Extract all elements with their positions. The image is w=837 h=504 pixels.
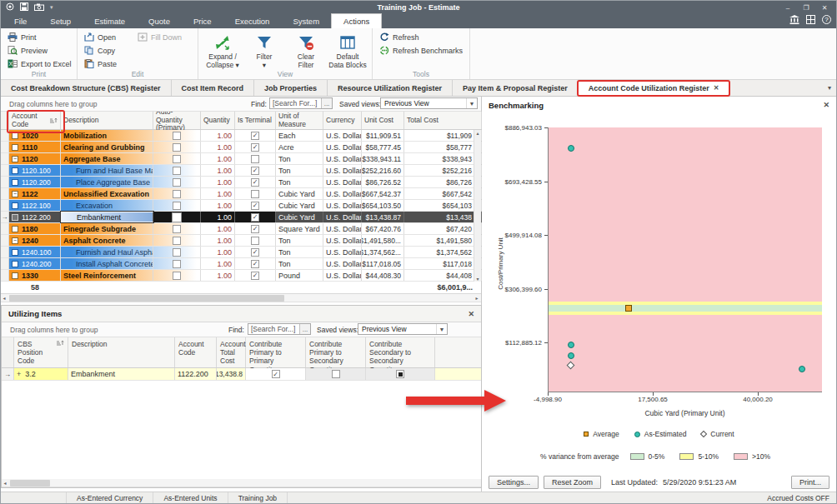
- data-point-as-estimated[interactable]: [568, 352, 574, 359]
- row-expander-icon[interactable]: [12, 202, 18, 209]
- help-icon[interactable]: ?: [822, 15, 831, 24]
- close-button[interactable]: ✕: [816, 2, 833, 13]
- saved-views-dropdown[interactable]: Previous View ▼: [380, 97, 478, 109]
- row-expander-icon[interactable]: [12, 272, 18, 279]
- find-more-button[interactable]: ...: [321, 98, 332, 108]
- auto-quantity-checkbox[interactable]: [173, 272, 181, 280]
- cbs-row-1240[interactable]: −1240Asphalt Concrete1.00TonU.S. Dollar$…: [1, 235, 481, 247]
- scroll-up-icon[interactable]: ▴: [476, 130, 479, 136]
- contribute-primary-to-secondary-checkbox[interactable]: [332, 370, 340, 378]
- utilizing-column-header-contribute-secondary-to-secondary-quantity[interactable]: Contribute Secondary to Secondary Quanti…: [366, 337, 435, 367]
- accrued-costs-indicator[interactable]: Accrued Costs OFF: [760, 494, 836, 502]
- menu-setup[interactable]: Setup: [38, 14, 83, 28]
- utilizing-close-icon[interactable]: ✕: [468, 310, 474, 318]
- scroll-down-icon[interactable]: ▾: [476, 276, 479, 282]
- menu-quote[interactable]: Quote: [137, 14, 182, 28]
- status-training-job[interactable]: Training Job: [228, 492, 288, 503]
- scroll-left-icon[interactable]: ◂: [1, 295, 8, 301]
- auto-quantity-checkbox[interactable]: [173, 237, 181, 245]
- is-terminal-checkbox[interactable]: ✓: [251, 272, 259, 280]
- cbs-vertical-scrollbar[interactable]: ▴▾: [474, 130, 481, 282]
- tab-pay-item-proposal-register[interactable]: Pay Item & Proposal Register: [453, 80, 579, 96]
- utilizing-row-3.2[interactable]: →+3.2Embankment1122.200$13,438.8✓: [2, 368, 481, 381]
- auto-quantity-checkbox[interactable]: [173, 178, 181, 187]
- reset-zoom-button[interactable]: Reset Zoom: [544, 476, 601, 489]
- is-terminal-checkbox[interactable]: [251, 155, 259, 163]
- grid-icon[interactable]: [806, 15, 815, 24]
- tab-cost-breakdown-structure-cbs-register[interactable]: Cost Breakdown Structure (CBS) Register: [1, 80, 172, 96]
- utilizing-horizontal-scrollbar[interactable]: ◂: [2, 479, 481, 487]
- tab-resource-utilization-register[interactable]: Resource Utilization Register: [328, 80, 453, 96]
- tabbar-caret-icon[interactable]: ▾: [828, 84, 831, 92]
- auto-quantity-checkbox[interactable]: [173, 167, 181, 175]
- print-button[interactable]: Print: [6, 31, 73, 43]
- is-terminal-checkbox[interactable]: ✓: [251, 260, 259, 268]
- is-terminal-checkbox[interactable]: [251, 190, 259, 198]
- row-expander-icon[interactable]: [12, 167, 18, 174]
- settings-button[interactable]: Settings...: [489, 476, 539, 489]
- cbs-row-1120[interactable]: −1120Aggregate Base1.00TonU.S. Dollar$33…: [1, 153, 481, 165]
- preview-button[interactable]: Preview: [6, 44, 73, 57]
- tab-job-properties[interactable]: Job Properties: [254, 80, 328, 96]
- utilizing-scroll-left-icon[interactable]: ◂: [2, 480, 8, 486]
- open-button[interactable]: Open: [83, 31, 128, 43]
- data-point-as-estimated[interactable]: [568, 342, 574, 348]
- row-expander-icon[interactable]: [12, 144, 18, 151]
- column-header-quantity[interactable]: Quantity: [201, 112, 235, 129]
- refresh-button[interactable]: Refresh: [378, 31, 464, 43]
- data-point-average[interactable]: [625, 305, 632, 312]
- contribute-secondary-to-secondary-checkbox[interactable]: [396, 370, 404, 378]
- column-header-unit-cost[interactable]: Unit Cost: [362, 112, 404, 129]
- status-as-entered-currency[interactable]: As-Entered Currency: [67, 492, 153, 503]
- contribute-primary-to-primary-checkbox[interactable]: ✓: [272, 370, 280, 378]
- copy-button[interactable]: Copy: [83, 44, 128, 57]
- utilizing-find-input[interactable]: [Search For...] ...: [248, 323, 311, 335]
- utilizing-expander-icon[interactable]: +: [17, 370, 21, 378]
- utilizing-saved-views-dropdown[interactable]: Previous View ▼: [358, 323, 448, 335]
- is-terminal-checkbox[interactable]: ✓: [251, 132, 259, 140]
- row-expander-icon[interactable]: −: [12, 156, 18, 162]
- auto-quantity-checkbox[interactable]: [173, 260, 181, 268]
- is-terminal-checkbox[interactable]: ✓: [251, 167, 259, 175]
- cbs-row-1120.200[interactable]: 1120.200Place Aggregate Base1.00✓TonU.S.…: [1, 177, 481, 188]
- row-expander-icon[interactable]: [12, 261, 18, 267]
- column-header-auto-quantity-primary-[interactable]: Auto-Quantity (Primary): [153, 112, 201, 129]
- row-expander-icon[interactable]: [12, 132, 18, 139]
- auto-quantity-checkbox[interactable]: [173, 132, 181, 140]
- bank-icon[interactable]: [789, 15, 799, 24]
- is-terminal-checkbox[interactable]: ✓: [251, 225, 259, 233]
- cbs-horizontal-scrollbar[interactable]: ◂ ▸: [1, 294, 481, 302]
- utilizing-column-header-account-total-cost[interactable]: Account Total Cost: [217, 337, 246, 367]
- cbs-row-1122.100[interactable]: 1122.100Excavation1.00✓Cubic YardU.S. Do…: [1, 200, 481, 212]
- is-terminal-checkbox[interactable]: ✓: [251, 248, 259, 257]
- auto-quantity-checkbox[interactable]: [173, 248, 181, 257]
- is-terminal-checkbox[interactable]: ✓: [251, 202, 259, 210]
- auto-quantity-checkbox[interactable]: [173, 225, 181, 233]
- cbs-hscroll-thumb[interactable]: [9, 295, 284, 302]
- row-expander-icon[interactable]: [12, 179, 18, 186]
- data-point-as-estimated[interactable]: [799, 366, 805, 372]
- tab-cost-item-record[interactable]: Cost Item Record: [172, 80, 255, 96]
- utilizing-hscroll-thumb[interactable]: [10, 480, 50, 487]
- is-terminal-checkbox[interactable]: ✓: [251, 178, 259, 187]
- menu-execution[interactable]: Execution: [223, 14, 282, 28]
- row-expander-icon[interactable]: −: [12, 237, 18, 244]
- column-header-currency[interactable]: Currency: [323, 112, 362, 129]
- cbs-row-1120.100[interactable]: 1120.100Furn and Haul Base Material1.00✓…: [1, 165, 481, 177]
- default-data-blocks-button[interactable]: DefaultData Blocks: [328, 31, 367, 70]
- tab-account-code-utilization-register[interactable]: Account Code Utilization Register✕: [579, 80, 730, 96]
- auto-quantity-checkbox[interactable]: [173, 143, 181, 152]
- restore-button[interactable]: ❐: [798, 2, 814, 13]
- is-terminal-checkbox[interactable]: ✓: [251, 213, 259, 222]
- menu-system[interactable]: System: [281, 14, 331, 28]
- cbs-row-1180[interactable]: 1180Finegrade Subgrade1.00✓Square YardU.…: [1, 223, 481, 235]
- filter-button[interactable]: Filter ▾: [245, 31, 283, 70]
- clear-filter-button[interactable]: ClearFilter: [287, 31, 325, 70]
- utilizing-find-more-button[interactable]: ...: [299, 324, 310, 334]
- auto-quantity-checkbox[interactable]: [173, 202, 181, 210]
- utilizing-column-header-contribute-primary-to-secondary-quantity[interactable]: Contribute Primary to Secondary Quantity: [306, 337, 366, 367]
- status-as-entered-units[interactable]: As-Entered Units: [153, 492, 228, 503]
- utilizing-column-header-description[interactable]: Description: [68, 337, 175, 367]
- cbs-row-1020[interactable]: 1020Mobilization1.00✓EachU.S. Dollar$11,…: [1, 130, 481, 142]
- utilizing-column-header-account-code[interactable]: Account Code: [175, 337, 217, 367]
